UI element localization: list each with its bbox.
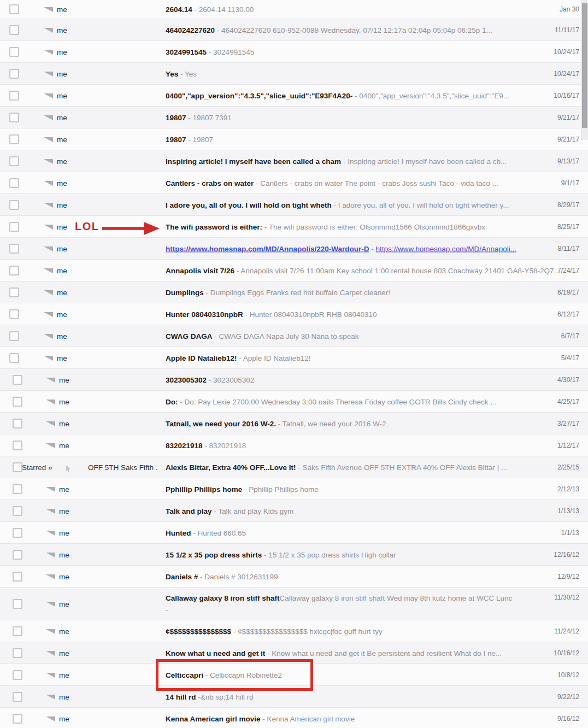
important-marker-icon[interactable]	[46, 531, 55, 536]
email-row[interactable]: me464024227620 - 464024227620 610-952-00…	[0, 19, 588, 41]
email-row[interactable]: meHunted - Hunted 660.651/1/13	[0, 522, 588, 544]
email-row[interactable]: meAnnapolis visit 7/26 - Annapolis visit…	[0, 260, 588, 281]
email-row[interactable]: meInspiring article! I myself have been …	[0, 150, 588, 172]
important-marker-icon[interactable]	[44, 137, 53, 142]
email-row[interactable]: me19807 - 19807 73919/21/17	[0, 107, 588, 128]
scrollbar-track[interactable]	[581, 0, 588, 140]
checkbox[interactable]	[9, 47, 19, 57]
important-marker-icon[interactable]	[46, 651, 55, 656]
checkbox[interactable]	[13, 375, 22, 385]
email-row[interactable]: me19807 - 198079/21/17	[0, 128, 588, 150]
email-row[interactable]: me3024991545 - 302499154510/24/17	[0, 41, 588, 63]
checkbox[interactable]	[13, 506, 22, 516]
important-marker-icon[interactable]	[44, 72, 53, 77]
important-marker-icon[interactable]	[46, 717, 55, 721]
important-marker-icon[interactable]	[46, 574, 55, 579]
checkbox[interactable]	[9, 222, 19, 232]
checkbox[interactable]	[13, 441, 22, 450]
checkbox[interactable]	[9, 287, 19, 297]
email-row[interactable]: me2604.14 - 2604.14 1130.00Jan 30	[0, 0, 588, 19]
checkbox[interactable]	[9, 69, 19, 79]
email-row[interactable]: meCantlers - crabs on water - Cantlers -…	[0, 172, 588, 194]
email-row[interactable]: meYes - Yes10/24/17	[0, 63, 588, 85]
important-marker-icon[interactable]	[44, 7, 53, 12]
checkbox[interactable]	[9, 134, 19, 144]
checkbox[interactable]	[9, 244, 19, 254]
important-marker-icon[interactable]	[46, 421, 55, 426]
checkbox[interactable]	[13, 462, 22, 472]
checkbox[interactable]	[9, 4, 19, 14]
important-marker-icon[interactable]	[44, 28, 53, 33]
email-row[interactable]: meTalk and play - Talk and play Kids gym…	[0, 500, 588, 522]
email-row[interactable]: mePphillip Phillips home - Pphillip Phil…	[0, 478, 588, 500]
checkbox[interactable]	[13, 572, 22, 582]
email-row[interactable]: me3023005302 - 30230053024/30/17	[0, 369, 588, 391]
email-row[interactable]: me¢$$$$$$$$$$$$$$$ - ¢$$$$$$$$$$$$$$$$ h…	[0, 620, 588, 642]
checkbox[interactable]	[13, 484, 22, 494]
checkbox[interactable]	[13, 599, 22, 609]
important-marker-icon[interactable]	[44, 50, 53, 55]
checkbox[interactable]	[13, 670, 22, 680]
important-marker-icon[interactable]	[46, 400, 55, 404]
email-row[interactable]: mehttps://www.homesnap.com/MD/Annapolis/…	[0, 238, 588, 260]
important-marker-icon[interactable]	[46, 487, 55, 492]
important-marker-icon[interactable]	[46, 695, 55, 700]
checkbox[interactable]	[9, 331, 19, 341]
checkbox[interactable]	[9, 113, 19, 122]
subject-snippet: 0400","app_version":"4.3.5","slice_uuid"…	[166, 91, 547, 99]
important-marker-icon[interactable]	[44, 356, 53, 361]
checkbox[interactable]	[9, 266, 19, 275]
important-marker-icon[interactable]	[44, 93, 53, 98]
important-marker-icon[interactable]	[44, 115, 53, 120]
checkbox[interactable]	[13, 419, 22, 428]
important-marker-icon[interactable]	[44, 290, 53, 295]
important-marker-icon[interactable]	[44, 334, 53, 339]
email-row[interactable]: me0400","app_version":"4.3.5","slice_uui…	[0, 85, 588, 107]
checkbox[interactable]	[9, 200, 19, 210]
email-row[interactable]: me832021918 - 8320219181/12/17	[0, 435, 588, 456]
checkbox[interactable]	[13, 528, 22, 538]
checkbox[interactable]	[13, 550, 22, 560]
email-list: me2604.14 - 2604.14 1130.00Jan 30me46402…	[0, 0, 588, 728]
email-row[interactable]: meApple ID Natalieb12! - Apple ID Natali…	[0, 347, 588, 369]
email-row[interactable]: meI adore you, all of you. I will hold o…	[0, 194, 588, 216]
email-row[interactable]: meDumplings - Dumplings Eggs Franks red …	[0, 281, 588, 303]
important-marker-icon[interactable]	[46, 673, 55, 678]
email-row[interactable]: me15 1/2 x 35 pop dress shirts - 15 1/2 …	[0, 544, 588, 566]
checkbox[interactable]	[9, 156, 19, 166]
important-marker-icon[interactable]	[46, 553, 55, 557]
checkbox[interactable]	[13, 714, 22, 724]
checkbox[interactable]	[9, 25, 19, 35]
checkbox[interactable]	[9, 353, 19, 363]
checkbox[interactable]	[9, 178, 19, 188]
important-marker-icon[interactable]	[44, 268, 53, 273]
important-marker-icon[interactable]	[46, 629, 55, 634]
important-marker-icon[interactable]	[46, 443, 55, 448]
email-row[interactable]: Starred »OFF 5TH Saks Fifth .Alexis Bitt…	[0, 456, 588, 478]
email-row[interactable]: meTatnall, we need your 2016 W-2. - Tatn…	[0, 413, 588, 435]
important-marker-icon[interactable]	[44, 246, 53, 251]
checkbox[interactable]	[13, 648, 22, 658]
email-row[interactable]: meCWAG DAGA - CWAG DAGA Napa July 30 Nan…	[0, 325, 588, 347]
important-marker-icon[interactable]	[46, 602, 55, 607]
subject-snippet: Hunted - Hunted 660.65	[166, 529, 547, 537]
email-row[interactable]: meHunter 08040310npbR - Hunter 08040310n…	[0, 303, 588, 325]
checkbox[interactable]	[13, 397, 22, 407]
checkbox[interactable]	[13, 692, 22, 702]
important-marker-icon[interactable]	[44, 181, 53, 186]
email-row[interactable]: meDaniels # - Daniels # 301263119912/9/1…	[0, 566, 588, 588]
checkbox[interactable]	[9, 309, 19, 319]
important-marker-icon[interactable]	[44, 225, 53, 230]
email-row[interactable]: meCallaway galaxy 8 iron stiff shaftCall…	[0, 588, 588, 620]
email-row[interactable]: meKenna American girl movie - Kenna Amer…	[0, 708, 588, 728]
checkbox[interactable]	[9, 91, 19, 101]
important-marker-icon[interactable]	[44, 203, 53, 208]
subject[interactable]: https://www.homesnap.com/MD/Annapolis/22…	[166, 244, 369, 253]
email-row[interactable]: meDo: - Do: Pay Lexie 2700.00 Wednesday …	[0, 391, 588, 413]
important-marker-icon[interactable]	[44, 159, 53, 164]
important-marker-icon[interactable]	[44, 312, 53, 317]
scrollbar-thumb[interactable]	[582, 3, 587, 128]
important-marker-icon[interactable]	[46, 378, 55, 383]
checkbox[interactable]	[13, 626, 22, 636]
important-marker-icon[interactable]	[46, 509, 55, 514]
